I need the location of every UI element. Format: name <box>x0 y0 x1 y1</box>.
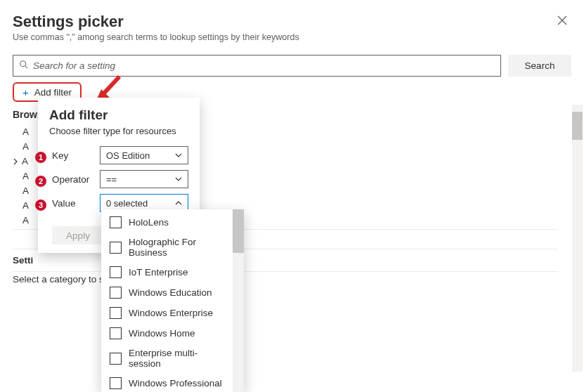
plus-icon: + <box>22 86 29 98</box>
annotation-badge-2: 2 <box>34 175 47 188</box>
annotation-badge-1: 1 <box>34 151 47 164</box>
filter-key-label: Key <box>49 150 100 161</box>
chevron-down-icon <box>175 153 182 157</box>
panel-scrollbar[interactable] <box>572 105 583 372</box>
chevron-right-icon <box>13 156 20 166</box>
checkbox-icon <box>110 377 122 389</box>
svg-line-1 <box>25 66 28 69</box>
search-box[interactable] <box>13 55 501 77</box>
svg-point-0 <box>20 61 26 67</box>
filter-key-value: OS Edition <box>106 150 150 161</box>
dropdown-option[interactable]: HoloLens <box>101 212 233 233</box>
checkbox-icon <box>110 266 122 278</box>
add-filter-label: Add filter <box>34 87 72 98</box>
chevron-down-icon <box>175 177 182 181</box>
dropdown-scrollbar[interactable] <box>233 209 244 392</box>
filter-value-value: 0 selected <box>106 198 148 209</box>
popover-title: Add filter <box>49 107 188 123</box>
close-button[interactable] <box>553 13 571 30</box>
search-input[interactable] <box>33 60 495 71</box>
checkbox-icon <box>110 216 122 228</box>
dropdown-option[interactable]: Holographic For Business <box>101 233 233 262</box>
chevron-up-icon <box>175 201 182 205</box>
dropdown-option[interactable]: IoT Enterprise <box>101 262 233 282</box>
checkbox-icon <box>110 353 122 365</box>
value-dropdown-list: HoloLens Holographic For Business IoT En… <box>101 209 244 392</box>
annotation-badge-3: 3 <box>34 199 47 211</box>
dropdown-option[interactable]: Enterprise multi-session <box>101 344 233 373</box>
dropdown-option[interactable]: Windows Home <box>101 323 233 344</box>
page-title: Settings picker <box>13 13 299 31</box>
search-icon <box>19 60 29 72</box>
page-subtitle: Use commas "," among search terms to loo… <box>13 32 299 42</box>
checkbox-icon <box>110 287 122 299</box>
checkbox-icon <box>110 327 122 339</box>
scrollbar-thumb[interactable] <box>233 209 244 253</box>
filter-operator-value: == <box>106 174 117 185</box>
filter-value-label: Value <box>49 198 100 209</box>
search-button[interactable]: Search <box>508 55 571 77</box>
popover-subtitle: Choose filter type for resources <box>49 126 188 136</box>
filter-key-select[interactable]: OS Edition <box>100 146 188 164</box>
select-category-hint: Select a category to s <box>13 274 104 285</box>
apply-button[interactable]: Apply <box>52 226 104 244</box>
checkbox-icon <box>110 242 122 254</box>
checkbox-icon <box>110 307 122 319</box>
filter-operator-select[interactable]: == <box>100 170 188 188</box>
filter-operator-label: Operator <box>49 174 100 185</box>
dropdown-option[interactable]: Windows Enterprise <box>101 303 233 323</box>
close-icon <box>557 15 567 25</box>
scrollbar-thumb[interactable] <box>572 112 583 140</box>
dropdown-option[interactable]: Windows Professional <box>101 373 233 392</box>
dropdown-option[interactable]: Windows Education <box>101 282 233 303</box>
